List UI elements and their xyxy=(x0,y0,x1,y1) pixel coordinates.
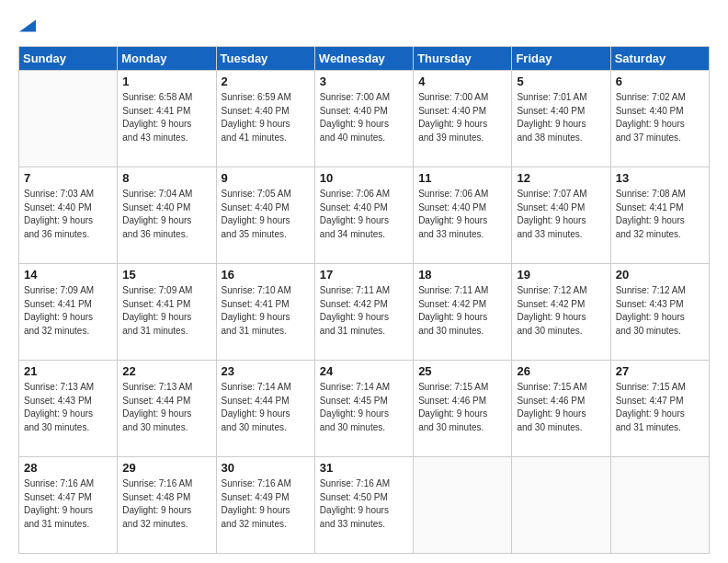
day-number: 25 xyxy=(418,364,506,378)
day-number: 27 xyxy=(616,364,704,378)
day-number: 29 xyxy=(122,461,210,475)
day-info: Sunrise: 7:11 AM Sunset: 4:42 PM Dayligh… xyxy=(320,284,408,338)
calendar-cell: 21Sunrise: 7:13 AM Sunset: 4:43 PM Dayli… xyxy=(19,361,118,457)
logo xyxy=(18,15,36,37)
day-number: 26 xyxy=(517,364,605,378)
weekday-header: Thursday xyxy=(414,47,512,71)
day-number: 10 xyxy=(320,171,408,185)
day-info: Sunrise: 7:10 AM Sunset: 4:41 PM Dayligh… xyxy=(222,284,310,338)
day-number: 1 xyxy=(122,75,210,88)
day-info: Sunrise: 7:01 AM Sunset: 4:40 PM Dayligh… xyxy=(517,91,605,144)
day-number: 24 xyxy=(320,364,408,378)
calendar-cell: 1Sunrise: 6:58 AM Sunset: 4:41 PM Daylig… xyxy=(118,71,216,167)
day-number: 19 xyxy=(517,268,605,282)
calendar-table: SundayMondayTuesdayWednesdayThursdayFrid… xyxy=(18,46,710,554)
weekday-header: Tuesday xyxy=(216,47,314,71)
calendar-cell: 8Sunrise: 7:04 AM Sunset: 4:40 PM Daylig… xyxy=(118,167,216,264)
day-info: Sunrise: 7:15 AM Sunset: 4:47 PM Dayligh… xyxy=(616,381,704,434)
calendar-cell: 29Sunrise: 7:16 AM Sunset: 4:48 PM Dayli… xyxy=(118,457,216,554)
day-info: Sunrise: 7:11 AM Sunset: 4:42 PM Dayligh… xyxy=(418,284,506,338)
calendar-cell xyxy=(512,457,610,554)
calendar-cell: 24Sunrise: 7:14 AM Sunset: 4:45 PM Dayli… xyxy=(314,361,413,457)
day-number: 7 xyxy=(24,171,112,185)
day-info: Sunrise: 6:58 AM Sunset: 4:41 PM Dayligh… xyxy=(122,91,210,144)
calendar-cell: 6Sunrise: 7:02 AM Sunset: 4:40 PM Daylig… xyxy=(610,71,709,167)
day-info: Sunrise: 7:02 AM Sunset: 4:40 PM Dayligh… xyxy=(616,91,704,144)
calendar-cell xyxy=(19,71,118,167)
day-info: Sunrise: 7:16 AM Sunset: 4:48 PM Dayligh… xyxy=(122,477,210,531)
day-number: 6 xyxy=(616,75,704,88)
day-info: Sunrise: 7:16 AM Sunset: 4:50 PM Dayligh… xyxy=(320,477,408,531)
calendar-row: 7Sunrise: 7:03 AM Sunset: 4:40 PM Daylig… xyxy=(19,167,710,264)
day-number: 14 xyxy=(24,268,112,282)
day-number: 30 xyxy=(222,461,310,475)
calendar-row: 14Sunrise: 7:09 AM Sunset: 4:41 PM Dayli… xyxy=(19,264,710,361)
weekday-header: Sunday xyxy=(19,47,118,71)
day-info: Sunrise: 7:04 AM Sunset: 4:40 PM Dayligh… xyxy=(122,188,210,241)
day-info: Sunrise: 7:05 AM Sunset: 4:40 PM Dayligh… xyxy=(222,188,310,241)
calendar-cell: 31Sunrise: 7:16 AM Sunset: 4:50 PM Dayli… xyxy=(314,457,413,554)
calendar-cell: 2Sunrise: 6:59 AM Sunset: 4:40 PM Daylig… xyxy=(216,71,314,167)
day-number: 21 xyxy=(24,364,112,378)
day-info: Sunrise: 7:15 AM Sunset: 4:46 PM Dayligh… xyxy=(418,381,506,434)
day-info: Sunrise: 7:16 AM Sunset: 4:49 PM Dayligh… xyxy=(222,477,310,531)
day-number: 8 xyxy=(122,171,210,185)
calendar-cell: 28Sunrise: 7:16 AM Sunset: 4:47 PM Dayli… xyxy=(19,457,118,554)
calendar-cell: 11Sunrise: 7:06 AM Sunset: 4:40 PM Dayli… xyxy=(414,167,512,264)
day-number: 11 xyxy=(418,171,506,185)
calendar-cell xyxy=(610,457,709,554)
calendar-cell: 27Sunrise: 7:15 AM Sunset: 4:47 PM Dayli… xyxy=(610,361,709,457)
day-info: Sunrise: 7:12 AM Sunset: 4:43 PM Dayligh… xyxy=(616,284,704,338)
day-info: Sunrise: 7:14 AM Sunset: 4:44 PM Dayligh… xyxy=(222,381,310,434)
svg-marker-0 xyxy=(19,19,36,31)
day-info: Sunrise: 7:06 AM Sunset: 4:40 PM Dayligh… xyxy=(320,188,408,241)
day-info: Sunrise: 7:09 AM Sunset: 4:41 PM Dayligh… xyxy=(24,284,112,338)
day-info: Sunrise: 7:12 AM Sunset: 4:42 PM Dayligh… xyxy=(517,284,605,338)
day-number: 5 xyxy=(517,75,605,88)
header xyxy=(18,15,710,37)
calendar-cell: 15Sunrise: 7:09 AM Sunset: 4:41 PM Dayli… xyxy=(118,264,216,361)
day-info: Sunrise: 7:09 AM Sunset: 4:41 PM Dayligh… xyxy=(122,284,210,338)
calendar-cell: 18Sunrise: 7:11 AM Sunset: 4:42 PM Dayli… xyxy=(414,264,512,361)
calendar-cell: 19Sunrise: 7:12 AM Sunset: 4:42 PM Dayli… xyxy=(512,264,610,361)
day-number: 13 xyxy=(616,171,704,185)
day-number: 23 xyxy=(222,364,310,378)
calendar-cell: 23Sunrise: 7:14 AM Sunset: 4:44 PM Dayli… xyxy=(216,361,314,457)
day-number: 31 xyxy=(320,461,408,475)
day-number: 17 xyxy=(320,268,408,282)
page-container: SundayMondayTuesdayWednesdayThursdayFrid… xyxy=(0,0,728,563)
calendar-row: 1Sunrise: 6:58 AM Sunset: 4:41 PM Daylig… xyxy=(19,71,710,167)
calendar-row: 28Sunrise: 7:16 AM Sunset: 4:47 PM Dayli… xyxy=(19,457,710,554)
calendar-cell: 16Sunrise: 7:10 AM Sunset: 4:41 PM Dayli… xyxy=(216,264,314,361)
weekday-header: Friday xyxy=(512,47,610,71)
calendar-cell: 22Sunrise: 7:13 AM Sunset: 4:44 PM Dayli… xyxy=(118,361,216,457)
day-number: 18 xyxy=(418,268,506,282)
calendar-cell xyxy=(414,457,512,554)
calendar-cell: 20Sunrise: 7:12 AM Sunset: 4:43 PM Dayli… xyxy=(610,264,709,361)
calendar-cell: 3Sunrise: 7:00 AM Sunset: 4:40 PM Daylig… xyxy=(314,71,413,167)
calendar-cell: 14Sunrise: 7:09 AM Sunset: 4:41 PM Dayli… xyxy=(19,264,118,361)
calendar-cell: 7Sunrise: 7:03 AM Sunset: 4:40 PM Daylig… xyxy=(19,167,118,264)
calendar-cell: 5Sunrise: 7:01 AM Sunset: 4:40 PM Daylig… xyxy=(512,71,610,167)
calendar-cell: 17Sunrise: 7:11 AM Sunset: 4:42 PM Dayli… xyxy=(314,264,413,361)
day-info: Sunrise: 7:00 AM Sunset: 4:40 PM Dayligh… xyxy=(320,91,408,144)
day-info: Sunrise: 7:16 AM Sunset: 4:47 PM Dayligh… xyxy=(24,477,112,531)
day-number: 3 xyxy=(320,75,408,88)
calendar-cell: 12Sunrise: 7:07 AM Sunset: 4:40 PM Dayli… xyxy=(512,167,610,264)
day-info: Sunrise: 7:08 AM Sunset: 4:41 PM Dayligh… xyxy=(616,188,704,241)
day-info: Sunrise: 7:13 AM Sunset: 4:44 PM Dayligh… xyxy=(122,381,210,434)
calendar-cell: 4Sunrise: 7:00 AM Sunset: 4:40 PM Daylig… xyxy=(414,71,512,167)
calendar-row: 21Sunrise: 7:13 AM Sunset: 4:43 PM Dayli… xyxy=(19,361,710,457)
day-info: Sunrise: 7:03 AM Sunset: 4:40 PM Dayligh… xyxy=(24,188,112,241)
calendar-cell: 9Sunrise: 7:05 AM Sunset: 4:40 PM Daylig… xyxy=(216,167,314,264)
logo-icon xyxy=(19,19,36,32)
day-info: Sunrise: 6:59 AM Sunset: 4:40 PM Dayligh… xyxy=(222,91,310,144)
day-number: 9 xyxy=(222,171,310,185)
day-number: 22 xyxy=(122,364,210,378)
day-number: 28 xyxy=(24,461,112,475)
calendar-cell: 13Sunrise: 7:08 AM Sunset: 4:41 PM Dayli… xyxy=(610,167,709,264)
calendar-cell: 10Sunrise: 7:06 AM Sunset: 4:40 PM Dayli… xyxy=(314,167,413,264)
day-info: Sunrise: 7:00 AM Sunset: 4:40 PM Dayligh… xyxy=(418,91,506,144)
weekday-header: Monday xyxy=(118,47,216,71)
day-info: Sunrise: 7:15 AM Sunset: 4:46 PM Dayligh… xyxy=(517,381,605,434)
